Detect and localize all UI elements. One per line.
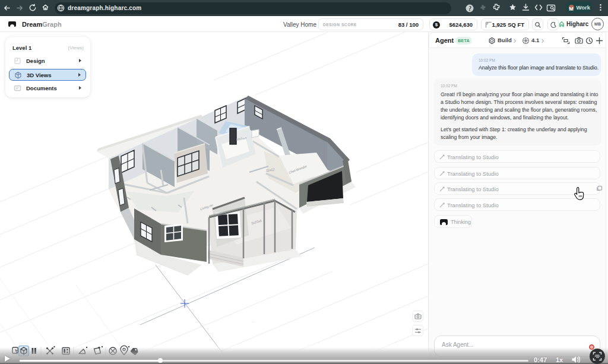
svg-text:~: ~ [251, 320, 255, 324]
